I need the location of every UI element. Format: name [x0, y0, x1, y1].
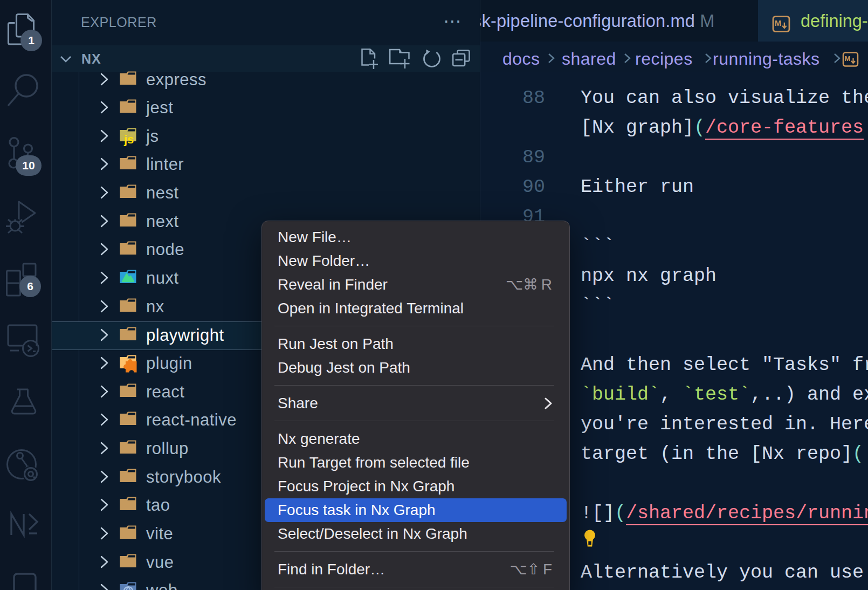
svg-text:js: js	[123, 133, 134, 146]
svg-text:M: M	[775, 18, 781, 28]
svg-text:M: M	[845, 54, 851, 63]
